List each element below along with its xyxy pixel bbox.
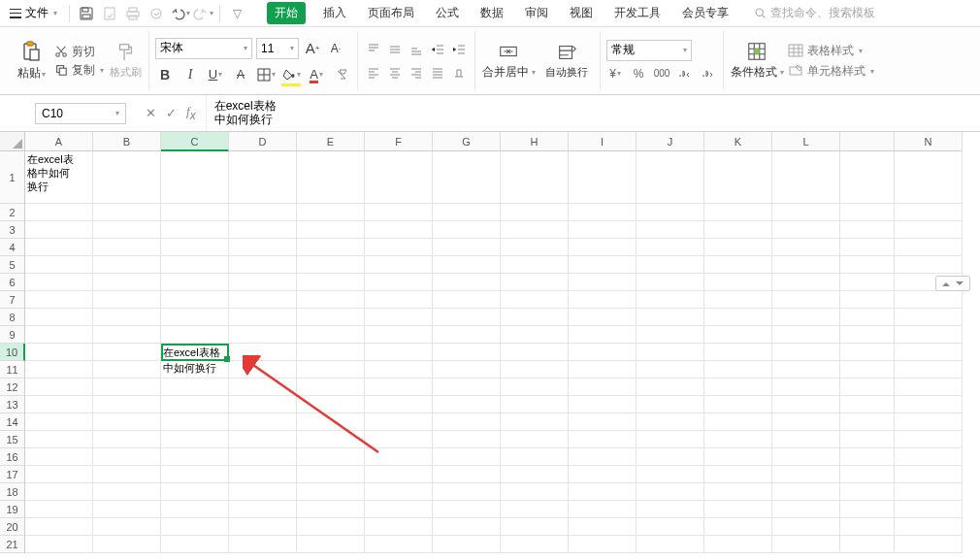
cell[interactable] xyxy=(433,536,501,553)
cell[interactable] xyxy=(501,256,569,274)
cell[interactable] xyxy=(772,466,840,483)
cell[interactable] xyxy=(25,483,93,501)
cell[interactable] xyxy=(637,396,704,413)
cell[interactable] xyxy=(637,361,704,379)
cell[interactable] xyxy=(637,379,704,396)
cell[interactable] xyxy=(433,413,501,431)
rowheader[interactable]: 2 xyxy=(0,204,25,221)
insert-function-button[interactable]: fx xyxy=(186,104,196,122)
cell[interactable] xyxy=(637,221,704,239)
cell[interactable] xyxy=(433,309,501,326)
merge-center-button[interactable]: 合并居中▾ xyxy=(481,41,536,81)
rowheader[interactable]: 20 xyxy=(0,518,25,536)
cell[interactable] xyxy=(365,256,433,274)
cell[interactable] xyxy=(433,518,501,536)
cell[interactable] xyxy=(25,536,93,553)
cell[interactable] xyxy=(895,379,963,396)
colheader-a[interactable]: A xyxy=(25,132,93,151)
cell[interactable] xyxy=(229,483,297,501)
cell[interactable] xyxy=(704,326,772,344)
italic-button[interactable]: I xyxy=(180,65,200,84)
rowheader[interactable]: 12 xyxy=(0,379,25,396)
cell[interactable] xyxy=(161,448,229,466)
underline-button[interactable]: U▾ xyxy=(206,65,225,84)
cell[interactable] xyxy=(840,204,895,221)
select-all-corner[interactable] xyxy=(0,132,25,151)
cell[interactable] xyxy=(840,274,895,291)
rowheader[interactable]: 14 xyxy=(0,413,25,431)
cell[interactable] xyxy=(637,466,704,483)
cell[interactable] xyxy=(365,344,433,361)
cell[interactable] xyxy=(25,239,93,256)
cell[interactable] xyxy=(297,501,365,518)
cell[interactable] xyxy=(895,151,963,204)
cell[interactable] xyxy=(93,518,161,536)
cell[interactable] xyxy=(569,256,637,274)
cell[interactable] xyxy=(840,344,895,361)
cell[interactable] xyxy=(161,151,229,204)
tab-member[interactable]: 会员专享 xyxy=(678,3,733,23)
cell[interactable] xyxy=(501,379,569,396)
cell[interactable] xyxy=(25,309,93,326)
cell[interactable] xyxy=(365,326,433,344)
cell[interactable] xyxy=(229,536,297,553)
cell[interactable] xyxy=(297,361,365,379)
cell[interactable] xyxy=(161,256,229,274)
rowheader[interactable]: 19 xyxy=(0,501,25,518)
cell[interactable] xyxy=(161,396,229,413)
comma-button[interactable]: 000 xyxy=(653,65,670,82)
cell[interactable] xyxy=(772,291,840,309)
cell[interactable] xyxy=(895,413,963,431)
cell[interactable] xyxy=(229,326,297,344)
cell[interactable] xyxy=(433,501,501,518)
cell[interactable] xyxy=(637,309,704,326)
clear-format-button[interactable] xyxy=(332,65,351,84)
cell[interactable] xyxy=(365,274,433,291)
rowheader[interactable]: 21 xyxy=(0,536,25,553)
cell[interactable] xyxy=(297,274,365,291)
cell[interactable] xyxy=(501,361,569,379)
cell[interactable] xyxy=(704,361,772,379)
colheader-b[interactable]: B xyxy=(93,132,161,151)
cell[interactable] xyxy=(229,396,297,413)
formula-input[interactable]: 在excel表格 中如何换行 xyxy=(206,95,980,131)
cell[interactable] xyxy=(895,204,963,221)
cell[interactable] xyxy=(895,221,963,239)
cell[interactable] xyxy=(704,379,772,396)
cell[interactable] xyxy=(569,221,637,239)
cell[interactable] xyxy=(365,483,433,501)
cell[interactable] xyxy=(297,396,365,413)
colheader-l[interactable]: L xyxy=(772,132,840,151)
cell[interactable] xyxy=(704,448,772,466)
cell[interactable] xyxy=(772,309,840,326)
paste-button[interactable]: 粘贴▾ xyxy=(12,40,50,82)
fill-color-button[interactable]: ▾ xyxy=(281,65,301,84)
save-icon[interactable] xyxy=(76,3,97,24)
orientation-button[interactable] xyxy=(449,62,469,83)
cell[interactable] xyxy=(365,536,433,553)
cell[interactable] xyxy=(501,151,569,204)
cell[interactable] xyxy=(501,466,569,483)
cell[interactable] xyxy=(895,448,963,466)
cell[interactable] xyxy=(433,466,501,483)
tab-layout[interactable]: 页面布局 xyxy=(364,3,418,23)
cell[interactable] xyxy=(25,466,93,483)
cell[interactable] xyxy=(895,309,963,326)
redo-icon[interactable]: ▾ xyxy=(192,3,213,24)
cell[interactable] xyxy=(840,309,895,326)
rowheader[interactable]: 9 xyxy=(0,326,25,344)
cell[interactable] xyxy=(229,151,297,204)
font-color-button[interactable]: A▾ xyxy=(307,65,326,84)
cell[interactable] xyxy=(297,256,365,274)
cell[interactable] xyxy=(229,204,297,221)
cell[interactable] xyxy=(840,396,895,413)
cell[interactable] xyxy=(365,379,433,396)
percent-button[interactable]: % xyxy=(630,65,647,82)
cell[interactable] xyxy=(569,483,637,501)
cell[interactable] xyxy=(297,466,365,483)
cell[interactable] xyxy=(25,431,93,448)
cell[interactable] xyxy=(25,221,93,239)
cell[interactable] xyxy=(772,239,840,256)
cell[interactable] xyxy=(840,466,895,483)
rowheader[interactable]: 17 xyxy=(0,466,25,483)
